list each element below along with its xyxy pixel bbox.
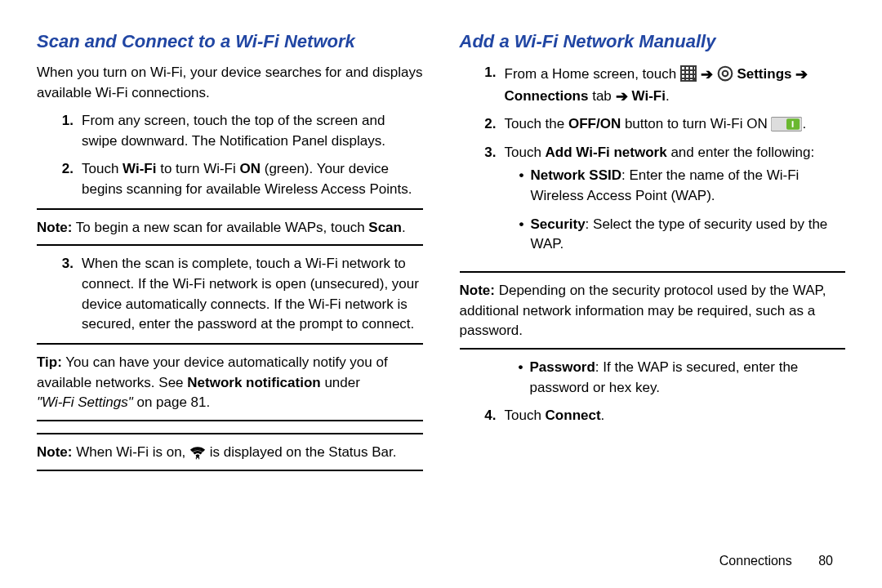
svg-point-19 [718, 67, 732, 81]
svg-rect-6 [690, 67, 693, 69]
divider [37, 470, 423, 471]
r-step-2: 2. Touch the OFF/ON button to turn Wi-Fi… [460, 114, 846, 135]
bullet-list: Network SSID: Enter the name of the Wi-F… [505, 166, 846, 255]
note-statusbar: Note: When Wi-Fi is on, is displayed on … [37, 443, 423, 463]
divider [37, 433, 423, 434]
divider [37, 208, 423, 210]
note-scan: Note: To begin a new scan for available … [37, 218, 423, 238]
r-step-4: 4. Touch Connect. [460, 406, 846, 426]
bullet-password: Password: If the WAP is secured, enter t… [519, 358, 846, 398]
svg-rect-12 [682, 75, 684, 78]
svg-rect-18 [690, 79, 693, 80]
heading-add-manually: Add a Wi-Fi Network Manually [460, 29, 846, 55]
svg-rect-4 [682, 67, 684, 69]
divider [37, 343, 423, 345]
divider [460, 271, 846, 273]
svg-rect-5 [686, 67, 688, 69]
steps-right-cont: 4. Touch Connect. [460, 406, 846, 426]
bullet-ssid: Network SSID: Enter the name of the Wi-F… [519, 166, 846, 206]
settings-gear-icon [717, 65, 733, 82]
left-column: Scan and Connect to a Wi-Fi Network When… [37, 29, 423, 551]
svg-point-20 [722, 71, 728, 77]
divider [37, 420, 423, 421]
svg-rect-17 [686, 79, 688, 80]
step-3-text: When the scan is complete, touch a Wi-Fi… [82, 254, 423, 335]
wifi-icon [189, 445, 206, 460]
footer-page-number: 80 [818, 554, 833, 568]
svg-rect-10 [690, 71, 693, 74]
svg-rect-11 [694, 71, 695, 74]
note-security: Note: Depending on the security protocol… [460, 281, 846, 341]
steps-left-cont: 3. When the scan is complete, touch a Wi… [37, 254, 423, 335]
svg-rect-15 [694, 75, 695, 78]
r-step-2-text: Touch the OFF/ON button to turn Wi-Fi ON… [505, 114, 846, 135]
right-column: Add a Wi-Fi Network Manually 1. From a H… [460, 29, 846, 551]
step-3: 3. When the scan is complete, touch a Wi… [37, 254, 423, 335]
footer-section: Connections [719, 554, 792, 568]
r-step-4-text: Touch Connect. [505, 406, 846, 426]
bullet-security: Security: Select the type of security us… [519, 215, 846, 255]
step-2: 2. Touch Wi-Fi to turn Wi-Fi ON (green).… [37, 159, 423, 199]
r-step-3-text: Touch Add Wi-Fi network and enter the fo… [505, 143, 846, 263]
step-2-text: Touch Wi-Fi to turn Wi-Fi ON (green). Yo… [82, 159, 423, 199]
step-1-text: From any screen, touch the top of the sc… [82, 111, 423, 151]
toggle-on-icon [771, 117, 802, 131]
tip-text: Tip: You can have your device automatica… [37, 353, 423, 413]
r-step-1-text: From a Home screen, touch ➔ [505, 63, 846, 106]
divider [37, 244, 423, 246]
steps-left: 1. From any screen, touch the top of the… [37, 111, 423, 200]
r-step-1: 1. From a Home screen, touch ➔ [460, 63, 846, 106]
svg-rect-9 [686, 71, 688, 74]
svg-point-0 [196, 454, 198, 457]
step-1: 1. From any screen, touch the top of the… [37, 111, 423, 151]
arrow-icon: ➔ [616, 88, 632, 105]
arrow-icon: ➔ [795, 66, 808, 82]
divider [460, 348, 846, 350]
bullet-list-2: Password: If the WAP is secured, enter t… [460, 358, 846, 398]
svg-rect-14 [690, 75, 693, 78]
steps-right: 1. From a Home screen, touch ➔ [460, 63, 846, 263]
intro-text: When you turn on Wi-Fi, your device sear… [37, 63, 423, 103]
svg-rect-16 [682, 79, 684, 80]
r-step-3: 3. Touch Add Wi-Fi network and enter the… [460, 143, 846, 263]
page-footer: Connections 80 [719, 554, 833, 568]
apps-grid-icon [680, 65, 697, 82]
heading-scan-connect: Scan and Connect to a Wi-Fi Network [37, 29, 423, 55]
svg-rect-13 [686, 75, 688, 78]
svg-rect-7 [694, 67, 695, 69]
arrow-icon: ➔ [701, 66, 717, 82]
svg-rect-8 [682, 71, 684, 74]
